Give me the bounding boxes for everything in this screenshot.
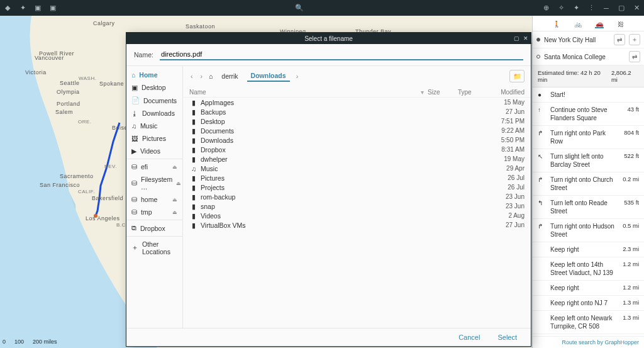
dialog-maximize-icon[interactable]: ▢ [514, 35, 519, 42]
crumb-back-icon[interactable]: ‹ [189, 72, 194, 80]
file-row[interactable]: ▮Backups27 Jun [189, 107, 525, 116]
mode-bike-icon[interactable]: 🚲 [574, 20, 582, 28]
globe-icon[interactable]: ⊕ [542, 4, 550, 12]
place-item[interactable]: ⛁efi⏏ [126, 159, 182, 173]
more-icon[interactable]: ⋮ [587, 4, 595, 12]
file-row[interactable]: ▮Dropbox8:31 AM [189, 145, 525, 154]
maximize-icon[interactable]: ▢ [618, 4, 625, 12]
sort-icon[interactable]: ▾ [421, 89, 424, 96]
favorite-icon[interactable]: ✧ [557, 4, 565, 12]
place-item[interactable]: ▣Desktop [126, 81, 182, 94]
file-row[interactable]: ▮Projects26 Jul [189, 182, 525, 192]
eject-icon[interactable]: ⏏ [176, 181, 181, 186]
direction-step[interactable]: Keep right2.3 mi [533, 242, 644, 257]
place-item[interactable]: ⌂Home [126, 69, 182, 81]
file-row[interactable]: ▮dwhelper19 May [189, 154, 525, 164]
direction-step[interactable]: Keep left onto 14th Street Viaduct, NJ 1… [533, 257, 644, 281]
dialog-titlebar: Select a filename ▢ ✕ [126, 33, 531, 44]
file-row[interactable]: ♫Music29 Apr [189, 164, 525, 173]
eject-icon[interactable]: ⏏ [172, 210, 177, 215]
col-type[interactable]: Type [458, 89, 488, 96]
new-folder-button[interactable]: 📁 [509, 70, 525, 82]
eject-icon[interactable]: ⏏ [172, 197, 177, 203]
place-item[interactable]: 📄Documents [126, 94, 182, 107]
places-sidebar[interactable]: ⌂Home▣Desktop📄Documents⭳Downloads♫Music🖼… [126, 66, 183, 328]
window-icon[interactable]: ▣ [34, 4, 42, 12]
place-label: Videos [140, 147, 160, 155]
file-type-icon: ▮ [189, 99, 198, 106]
swap-icon[interactable]: ⇄ [614, 34, 625, 45]
file-list[interactable]: ▮AppImages15 May▮Backups27 Jun▮Desktop7:… [183, 98, 531, 328]
direction-step[interactable]: ↑Continue onto Steve Flanders Square43 f… [533, 103, 644, 126]
crumb-fwd-icon[interactable]: › [199, 72, 204, 80]
mode-car-icon[interactable]: 🚗 [595, 20, 604, 28]
search-icon[interactable]: 🔍 [296, 4, 303, 12]
file-row[interactable]: ▮Downloads5:50 PM [189, 135, 525, 145]
direction-step[interactable]: ↖Turn slight left onto Barclay Street522… [533, 149, 644, 172]
filename-input[interactable] [160, 49, 523, 60]
swap2-icon[interactable]: ⇄ [629, 51, 640, 62]
place-label: Home [139, 71, 157, 79]
place-item[interactable]: ⛁tmp⏏ [126, 206, 182, 218]
file-row[interactable]: ▮Videos2 Aug [189, 211, 525, 220]
direction-step[interactable]: ↱Turn right onto Park Row804 ft [533, 126, 644, 149]
breadcrumb: ‹ › ⌂ derrik Downloads › 📁 [183, 66, 531, 86]
map-scale: 0 100 200 miles [3, 339, 57, 345]
file-row[interactable]: ▮AppImages15 May [189, 98, 525, 107]
place-item[interactable]: ⛁Filesystem …⏏ [126, 173, 182, 193]
place-item[interactable]: ⛁home⏏ [126, 193, 182, 206]
place-item[interactable]: ♫Music [126, 120, 182, 132]
direction-step[interactable]: Keep right1.2 mi [533, 281, 644, 296]
direction-step[interactable]: ↰Turn left onto Reade Street535 ft [533, 196, 644, 219]
col-modified[interactable]: Modified [488, 89, 525, 96]
col-size[interactable]: Size [428, 89, 458, 96]
route-credit[interactable]: Route search by GraphHopper [533, 336, 644, 348]
home-crumb-icon[interactable]: ⌂ [209, 72, 213, 80]
file-row[interactable]: ▮snap23 Jun [189, 201, 525, 211]
file-row[interactable]: ▮Pictures26 Jul [189, 173, 525, 182]
direction-step[interactable]: Keep right onto NJ 71.3 mi [533, 296, 644, 311]
map-label: Spokane [99, 81, 124, 87]
col-name[interactable]: Name [189, 89, 421, 96]
close-icon[interactable]: ✕ [633, 4, 640, 12]
mode-transit-icon[interactable]: ⛓ [616, 20, 625, 28]
minimize-icon[interactable]: ─ [602, 4, 610, 12]
direction-step[interactable]: ↱Turn right onto Church Street0.2 mi [533, 172, 644, 196]
direction-step[interactable]: ●Start! [533, 87, 644, 103]
app-menu-icon[interactable]: ◆ [4, 4, 11, 12]
file-row[interactable]: ▮Documents9:22 AM [189, 126, 525, 135]
place-item[interactable]: ＋Other Locations [126, 236, 182, 258]
step-text: Keep left onto Newark Turnpike, CR 508 [550, 314, 618, 330]
place-item[interactable]: ▶Videos [126, 145, 182, 157]
place-item[interactable]: ⧉Dropbox [126, 220, 182, 235]
estimate-distance: 2,806.2 mi [611, 69, 639, 83]
cancel-button[interactable]: Cancel [458, 334, 480, 341]
directions-steps[interactable]: ●Start!↑Continue onto Steve Flanders Squ… [533, 87, 644, 336]
mode-walk-icon[interactable]: 🚶 [552, 20, 561, 28]
dialog-close-icon[interactable]: ✕ [523, 35, 528, 42]
file-row[interactable]: ▮Desktop7:51 PM [189, 116, 525, 126]
step-text: Turn right onto Park Row [550, 129, 619, 145]
crumb-folder[interactable]: Downloads [247, 70, 290, 82]
select-button[interactable]: Select [497, 334, 517, 341]
file-row[interactable]: ▮rom-backup23 Jun [189, 192, 525, 201]
direction-step[interactable]: Keep left onto Newark Turnpike, CR 5081.… [533, 311, 644, 334]
compass-icon[interactable]: ✦ [572, 4, 580, 12]
direction-step[interactable]: ↱Turn right onto Hudson Street0.5 mi [533, 219, 644, 242]
place-icon: ▶ [131, 147, 136, 155]
step-distance: 522 ft [624, 152, 639, 169]
file-row[interactable]: ▮VirtualBox VMs27 Jun [189, 220, 525, 230]
file-browser: ‹ › ⌂ derrik Downloads › 📁 Name ▾ Size T… [183, 66, 531, 328]
place-item[interactable]: ⭳Downloads [126, 107, 182, 120]
route-from[interactable]: New York City Hall [544, 36, 610, 43]
step-turn-icon [538, 299, 545, 307]
add-stop-button[interactable]: ＋ [629, 34, 640, 45]
star-icon[interactable]: ✦ [19, 4, 26, 12]
step-text: Keep right [550, 245, 618, 254]
crumb-user[interactable]: derrik [218, 71, 242, 81]
window2-icon[interactable]: ▣ [49, 4, 57, 12]
eject-icon[interactable]: ⏏ [172, 164, 177, 170]
step-turn-icon: ↱ [538, 176, 545, 192]
place-item[interactable]: 🖼Pictures [126, 132, 182, 145]
route-to[interactable]: Santa Monica College [544, 53, 625, 60]
